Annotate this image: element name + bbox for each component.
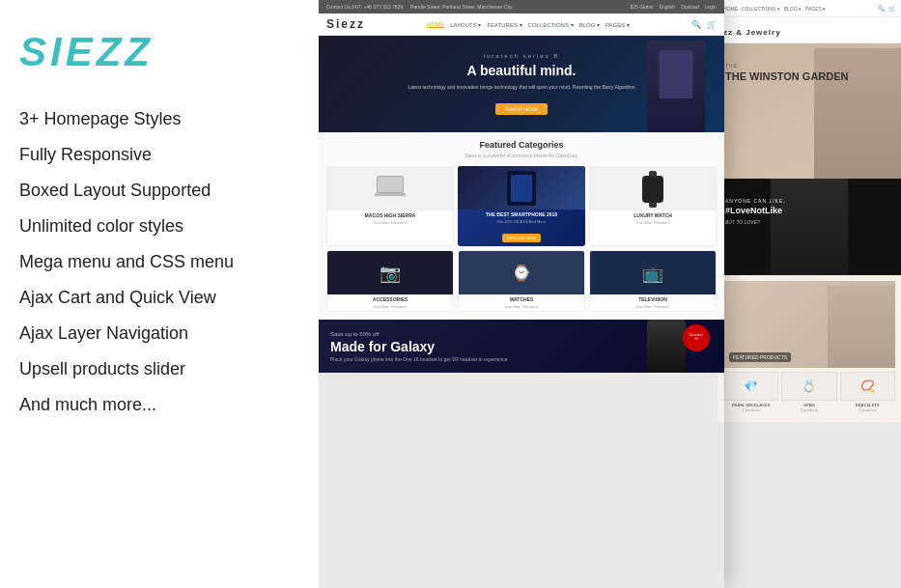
download-text: Donload <box>681 4 699 10</box>
fashion-brand: #LoveNotLike <box>725 206 786 215</box>
banner-phone-image <box>647 320 686 373</box>
feature-item: And much more... <box>19 390 299 420</box>
jewelry-hero: FEATURED PRODUCTS <box>723 281 895 368</box>
category-watches-img: ⌚ <box>459 251 584 294</box>
hero-subtitle: luratech series B <box>408 53 634 59</box>
nav-home[interactable]: HOME <box>427 21 444 28</box>
category-watch[interactable]: LUXURY WATCH Your Mac. Elevated. <box>589 166 717 246</box>
category-tv-label: TELEVISION <box>590 294 716 304</box>
hero-title: A beautiful mind. <box>408 63 634 78</box>
feature-item: 3+ Homepage Styles <box>19 104 299 134</box>
cart-icon[interactable]: 🛒 <box>707 20 717 29</box>
category-tv-sub: Your Mac. Elevated. <box>590 304 716 311</box>
category-watch-sub: Your Mac. Elevated. <box>590 220 716 227</box>
nav-layouts[interactable]: LAYOUTS ▾ <box>450 21 481 28</box>
category-smartphone-sub: Get 45% Off $500 And More <box>458 219 585 226</box>
address-text: Pendle Street, Portland Street, Manchest… <box>410 4 512 10</box>
fashion-nav-item[interactable]: HOME <box>723 6 738 12</box>
category-watch-label: LUXURY WATCH <box>590 210 716 220</box>
category-accessories[interactable]: 📷 ACCESSORIES Your Mac. Elevated. <box>326 250 454 312</box>
features-list: 3+ Homepage StylesFully ResponsiveBoxed … <box>19 104 299 420</box>
jewelry-model <box>828 286 895 368</box>
contact-text: Contact Us 24/7: +46 073 322 7829 <box>326 4 403 10</box>
logo-text: SIEZZ <box>19 29 154 74</box>
bottom-banner: Save up to 50% off Made for Galaxy Place… <box>319 320 724 373</box>
fashion-title: THE WINSTON GARDEN <box>725 70 849 83</box>
badge-text: December04 <box>690 334 703 341</box>
jewelry-section: FEATURED PRODUCTS 💎 PEARL NECKLACES 3 pr… <box>718 275 901 422</box>
feature-item: Upsell products slider <box>19 354 299 384</box>
category-smartphone[interactable]: THE BEST SMARTPHONE 2018 Get 45% Off $50… <box>458 166 585 246</box>
banner-badge: December04 <box>683 324 710 351</box>
gems-img: 💍 <box>781 372 836 401</box>
hero-description: Latest technology and innovation brings … <box>408 84 634 90</box>
top-bar: Contact Us 24/7: +46 073 322 7829 Pendle… <box>319 0 724 14</box>
category-tv[interactable]: 📺 TELEVISION Your Mac. Elevated. <box>589 250 717 312</box>
category-laptop-img <box>327 167 453 210</box>
site-logo: Siezz <box>326 17 365 31</box>
section-subtitle: Siezz is a powerful eCommerce theme for … <box>326 153 717 158</box>
site-nav: Siezz HOME LAYOUTS ▾ FEATURES ▾ COLLECTI… <box>319 14 724 36</box>
watch-band-bottom <box>649 202 657 208</box>
right-screenshot: HOME COLLECTIONS ▾ BLOG ▾ PAGES ▾ 🔍 🛒 zz… <box>718 0 901 588</box>
fashion-model-dark <box>771 179 848 275</box>
laptop-visual <box>373 176 408 203</box>
search-icon[interactable]: 🔍 <box>691 20 701 29</box>
nav-icons: 🔍 🛒 <box>691 20 717 29</box>
banner-title: Made for Galaxy <box>330 339 507 354</box>
category-laptop-label: MACOS HIGH SIERRA <box>327 210 453 220</box>
jewelry-bracelets[interactable]: 📿 BRACELETS 1 products <box>840 372 895 412</box>
banner-text: Save up to 50% off Made for Galaxy Place… <box>330 331 507 362</box>
feature-item: Mega menu and CSS menu <box>19 247 299 277</box>
fashion-nav-item[interactable]: BLOG ▾ <box>784 6 802 12</box>
main-screenshot: Contact Us 24/7: +46 073 322 7829 Pendle… <box>319 0 724 588</box>
banner-subtitle: Place your Galaxy phone into the One 16 … <box>330 356 507 362</box>
earrings-price: 3 products <box>723 407 778 412</box>
smartphone-screen <box>511 175 532 202</box>
fashion-subtitle: THE <box>725 63 849 69</box>
category-watches[interactable]: ⌚ WATCHES Your Mac. Elevated. <box>458 250 585 312</box>
fashion-search-icon[interactable]: 🔍 <box>878 5 885 12</box>
category-watches-sub: Your Mac. Elevated. <box>459 304 584 311</box>
fashion-hero-text: THE THE WINSTON GARDEN <box>725 63 849 83</box>
category-smartphone-img <box>458 166 585 210</box>
categories-grid: MACOS HIGH SIERRA Your Mac. Elevated. TH… <box>326 166 717 312</box>
brand-bar: zz & Jewelry <box>718 17 901 43</box>
nav-collections[interactable]: COLLECTIONS ▾ <box>528 21 574 28</box>
watch-visual <box>642 176 663 203</box>
explore-button[interactable]: EXPLORE NOW <box>502 234 541 242</box>
section-title: Featured Categories <box>326 140 717 150</box>
jewelry-earrings[interactable]: 💎 PEARL NECKLACES 3 products <box>723 372 778 412</box>
hero-banner: luratech series B A beautiful mind. Late… <box>319 36 724 132</box>
banner-promo: Save up to 50% off <box>330 331 507 337</box>
jewelry-gems[interactable]: 💍 GEMS 2 products <box>781 372 836 412</box>
category-laptop[interactable]: MACOS HIGH SIERRA Your Mac. Elevated. <box>326 166 454 246</box>
category-watch-img <box>590 167 716 210</box>
nav-pages[interactable]: PAGES ▾ <box>605 21 630 28</box>
fashion-can-label: ANYONE CAN LIKE, <box>725 198 786 204</box>
gems-price: 2 products <box>781 407 836 412</box>
category-smartphone-label: THE BEST SMARTPHONE 2018 <box>458 210 585 219</box>
featured-tag: FEATURED PRODUCTS <box>729 352 791 362</box>
fashion-nav-links: HOME COLLECTIONS ▾ BLOG ▾ PAGES ▾ <box>723 6 826 12</box>
fashion-nav-item[interactable]: COLLECTIONS ▾ <box>742 6 780 12</box>
feature-item: Boxed Layout Supported <box>19 176 299 206</box>
feature-item: Fully Responsive <box>19 140 299 170</box>
fashion-nav-item[interactable]: PAGES ▾ <box>805 6 826 12</box>
category-watches-label: WATCHES <box>459 294 584 304</box>
language-text: English <box>660 4 675 10</box>
nav-blog[interactable]: BLOG ▾ <box>579 21 600 28</box>
fashion-section-dark: ANYONE CAN LIKE, #LoveNotLike BUT TO LOV… <box>718 179 901 275</box>
nav-features[interactable]: FEATURES ▾ <box>487 21 521 28</box>
fashion-cart-icon[interactable]: 🛒 <box>888 5 895 12</box>
right-panel: Contact Us 24/7: +46 073 322 7829 Pendle… <box>319 0 901 588</box>
bracelets-img: 📿 <box>840 372 895 401</box>
feature-item: Ajax Cart and Quick View <box>19 283 299 313</box>
screenshots-container: Contact Us 24/7: +46 073 322 7829 Pendle… <box>319 0 901 588</box>
bracelets-price: 1 products <box>840 407 895 412</box>
logo: SIEZZ <box>19 29 299 75</box>
fashion-header-right: 🔍 🛒 <box>878 5 895 12</box>
login-text: Login <box>705 4 717 10</box>
laptop-base <box>375 193 406 196</box>
hero-shop-button[interactable]: SHOP NOW <box>495 103 547 115</box>
